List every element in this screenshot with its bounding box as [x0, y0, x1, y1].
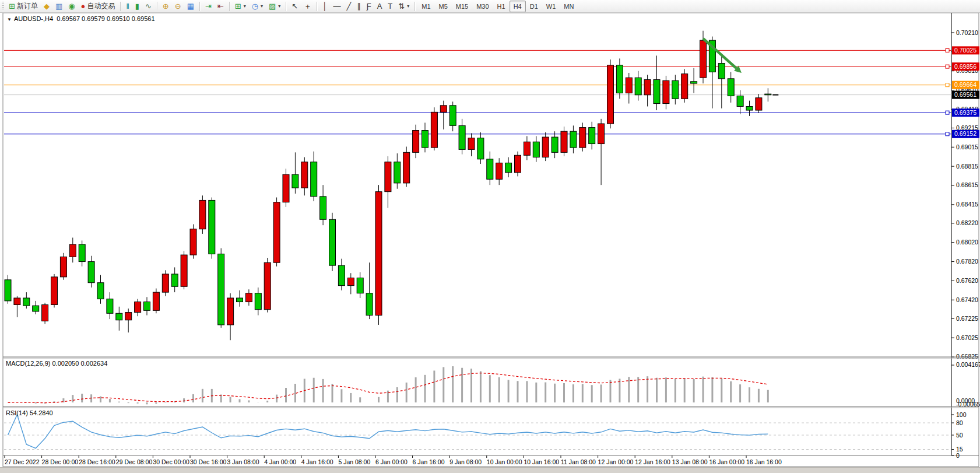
timeframe-button-m5[interactable]: M5 [435, 1, 452, 12]
timeframe-button-h1[interactable]: H1 [493, 1, 510, 12]
candle [440, 106, 447, 112]
candle [579, 128, 586, 148]
crosshair-button[interactable]: ＋ [301, 0, 314, 12]
candle [552, 137, 558, 152]
trendline-icon: ╱ [346, 2, 351, 10]
candle [431, 112, 437, 148]
timeframe-button-d1[interactable]: D1 [526, 1, 542, 12]
line-handle-marker[interactable] [946, 132, 949, 136]
bar-chart-type-icon: ‖ [126, 2, 129, 10]
candle [125, 313, 132, 320]
candle [107, 299, 113, 314]
candle [79, 244, 85, 262]
dropdown-caret-icon[interactable]: ▾ [278, 3, 280, 9]
time-axis-label: 6 Jan 00:00 [375, 458, 408, 465]
vertical-line-button[interactable]: │ [319, 0, 330, 12]
trendline-button[interactable]: ╱ [343, 0, 354, 12]
price-tick-label: 0.66825 [956, 353, 978, 360]
time-axis-label: 9 Jan 08:00 [449, 458, 482, 465]
horizontal-line-button[interactable]: — [330, 0, 343, 12]
text-icon: A [377, 2, 382, 10]
candle [616, 65, 623, 93]
highlighter-icon-icon: ◆ [44, 2, 50, 10]
candlestick-type-button[interactable]: ▮ [132, 0, 142, 12]
bar-chart-type-button[interactable]: ‖ [123, 0, 132, 12]
candle [459, 125, 465, 149]
horizontal-line-icon: — [333, 2, 340, 10]
timeframe-button-h4[interactable]: H4 [510, 1, 526, 12]
highlighter-icon-button[interactable]: ◆ [41, 0, 52, 12]
rsi-axis-label: 50 [956, 432, 963, 439]
indicators-button[interactable]: ▨▾ [266, 0, 283, 12]
arrows-objects-icon: ⇅ [398, 2, 405, 10]
dropdown-caret-icon[interactable]: ▾ [244, 3, 246, 9]
zoom-in-button[interactable]: ⊕ [160, 0, 172, 12]
rsi-axis-label: 80 [956, 419, 963, 426]
candle [292, 174, 298, 188]
candle [663, 80, 669, 103]
price-badge-label: 0.69664 [954, 81, 977, 88]
line-handle-marker[interactable] [946, 65, 949, 68]
text-label-button[interactable]: T [385, 0, 395, 12]
fibonacci-button[interactable]: Ƒ [364, 0, 374, 12]
period-clock-icon: ◷ [252, 2, 258, 10]
toolbar-separator [317, 2, 317, 11]
new-template-button[interactable]: ⊞▾ [232, 0, 249, 12]
timeframe-button-m30[interactable]: M30 [472, 1, 493, 12]
candle [589, 128, 595, 144]
collapse-chart-button[interactable]: ▼ [7, 17, 12, 22]
tile-windows-button[interactable]: ▦ [184, 0, 197, 12]
price-tick-label: 0.68020 [956, 239, 978, 246]
zoom-out-button[interactable]: ⊖ [172, 0, 184, 12]
line-handle-marker[interactable] [946, 83, 949, 87]
timeframe-button-m1[interactable]: M1 [417, 1, 434, 12]
candle [542, 137, 549, 157]
timeframe-button-mn[interactable]: MN [560, 1, 578, 12]
candle [570, 131, 577, 148]
candle [338, 265, 345, 285]
candle [218, 254, 224, 325]
price-badge-label: 0.69375 [954, 109, 977, 116]
signal-icon-button[interactable]: ◉ [65, 0, 78, 12]
arrows-objects-button[interactable]: ⇅▾ [395, 0, 412, 12]
zoom-out-icon: ⊖ [175, 2, 181, 10]
autotrading-button[interactable]: ●自动交易 [78, 0, 118, 12]
period-clock-button[interactable]: ◷▾ [249, 0, 266, 12]
candle [682, 74, 688, 99]
auto-scroll-button[interactable]: ⇥ [202, 0, 215, 12]
candle [181, 255, 187, 286]
window-bottom-strip [0, 467, 980, 473]
autotrading-button-label: 自动交易 [87, 1, 115, 11]
candle [496, 163, 503, 179]
time-axis-label: 16 Jan 00:00 [709, 458, 744, 465]
price-tick-label: 0.67820 [956, 258, 978, 265]
chart-canvas[interactable]: 0.702100.700150.698100.696100.694100.692… [0, 0, 980, 473]
candle [23, 298, 30, 306]
candle [144, 302, 150, 311]
terminal-window-button[interactable]: ▥ [52, 0, 65, 12]
channel-button[interactable]: ∥ [354, 0, 364, 12]
cursor-button[interactable]: ↖ [289, 0, 301, 12]
new-order-button[interactable]: ⊞新订单 [6, 0, 41, 12]
candle [301, 162, 308, 188]
candle [5, 280, 11, 301]
dropdown-caret-icon[interactable]: ▾ [407, 3, 409, 9]
candle [209, 200, 215, 254]
timeframe-button-w1[interactable]: W1 [542, 1, 560, 12]
dropdown-caret-icon[interactable]: ▾ [261, 3, 263, 9]
time-axis-label: 4 Jan 00:00 [264, 458, 296, 465]
timeframe-button-m15[interactable]: M15 [452, 1, 472, 12]
candle [672, 80, 679, 99]
time-axis-label: 5 Jan 08:00 [338, 458, 370, 465]
time-axis-label: 10 Jan 16:00 [524, 458, 559, 465]
chart-shift-button[interactable]: ⇤ [215, 0, 227, 12]
candle [366, 293, 373, 316]
candle [737, 96, 743, 106]
candle [255, 293, 261, 310]
text-button[interactable]: A [374, 0, 385, 12]
line-handle-marker[interactable] [946, 48, 949, 52]
macd-axis-label: -0.000658 [956, 401, 980, 408]
time-axis-label: 12 Jan 00:00 [598, 458, 634, 465]
line-handle-marker[interactable] [946, 111, 949, 114]
line-chart-type-button[interactable]: ∿ [142, 0, 154, 12]
